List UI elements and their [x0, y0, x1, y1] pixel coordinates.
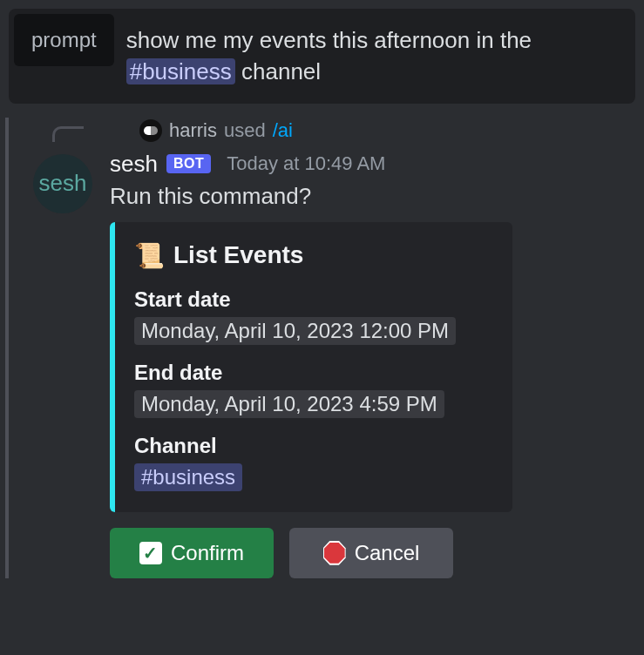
field-value: Monday, April 10, 2023 4:59 PM	[134, 390, 444, 418]
message-content: sesh BOT Today at 10:49 AM Run this comm…	[110, 151, 644, 578]
bot-name[interactable]: sesh	[110, 151, 158, 178]
reply-username[interactable]: harris	[169, 119, 217, 142]
message-row: sesh sesh BOT Today at 10:49 AM Run this…	[9, 151, 644, 578]
field-end-date: End date Monday, April 10, 2023 4:59 PM	[134, 361, 493, 418]
confirm-label: Confirm	[171, 541, 244, 565]
field-channel: Channel #business	[134, 434, 493, 491]
message-area: harris used /ai sesh sesh BOT Today at 1…	[5, 118, 644, 578]
message-text: Run this command?	[110, 183, 644, 210]
check-icon: ✓	[139, 542, 162, 564]
cancel-label: Cancel	[355, 541, 420, 565]
embed-title: List Events	[173, 241, 303, 269]
message-header: sesh BOT Today at 10:49 AM	[110, 151, 644, 178]
stop-icon	[323, 542, 346, 564]
cancel-button[interactable]: Cancel	[289, 528, 453, 578]
reply-reference: harris used /ai	[77, 118, 644, 142]
prompt-label: prompt	[14, 14, 114, 66]
scroll-icon: 📜	[134, 241, 165, 270]
embed: 📜 List Events Start date Monday, April 1…	[110, 222, 512, 512]
prompt-text: show me my events this afternoon in the …	[119, 9, 635, 104]
field-value: Monday, April 10, 2023 12:00 PM	[134, 317, 456, 345]
reply-command[interactable]: /ai	[273, 119, 293, 142]
bot-avatar[interactable]: sesh	[33, 154, 92, 213]
reply-curve	[52, 126, 84, 142]
bot-badge: BOT	[166, 154, 211, 173]
field-label: End date	[134, 361, 493, 385]
avatar-glyph	[144, 126, 158, 135]
confirm-button[interactable]: ✓ Confirm	[110, 528, 274, 578]
timestamp: Today at 10:49 AM	[227, 152, 385, 175]
embed-title-row: 📜 List Events	[134, 241, 493, 270]
prompt-text-after: channel	[235, 58, 321, 84]
embed-body: 📜 List Events Start date Monday, April 1…	[110, 222, 512, 512]
prompt-text-before: show me my events this afternoon in the	[126, 27, 532, 53]
bot-avatar-text: sesh	[39, 170, 87, 197]
field-label: Channel	[134, 434, 493, 458]
field-label: Start date	[134, 287, 493, 312]
button-row: ✓ Confirm Cancel	[110, 528, 644, 578]
channel-mention[interactable]: #business	[134, 463, 242, 491]
reply-content: harris used /ai	[139, 119, 293, 142]
reply-used-text: used	[224, 119, 266, 142]
reply-avatar[interactable]	[139, 119, 162, 142]
prompt-bar: prompt show me my events this afternoon …	[9, 9, 635, 104]
channel-mention[interactable]: #business	[126, 58, 235, 84]
field-start-date: Start date Monday, April 10, 2023 12:00 …	[134, 287, 493, 345]
